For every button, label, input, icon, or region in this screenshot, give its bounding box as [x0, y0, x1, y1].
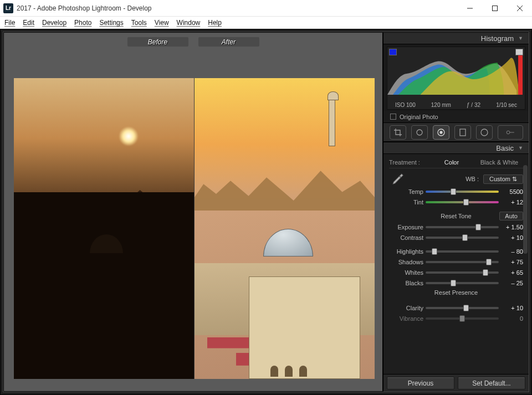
- close-button[interactable]: [507, 0, 532, 17]
- window-title: 2017 - Adobe Photoshop Lightroom - Devel…: [17, 4, 457, 12]
- slider-exposure[interactable]: Exposure + 1.50: [389, 222, 523, 232]
- label-before: Before: [127, 37, 188, 47]
- reset-presence-label[interactable]: Reset Presence: [434, 289, 478, 296]
- original-photo-label: Original Photo: [400, 114, 438, 120]
- svg-point-9: [481, 129, 488, 136]
- reset-tone-label[interactable]: Reset Tone: [441, 213, 471, 219]
- spot-tool-icon[interactable]: [411, 125, 428, 140]
- original-photo-checkbox[interactable]: [390, 114, 396, 120]
- menu-tools[interactable]: Tools: [131, 19, 147, 27]
- histogram-meta: ISO 100 120 mm ƒ / 32 1/10 sec: [387, 102, 525, 108]
- slider-vibrance[interactable]: Vibrance 0: [389, 313, 523, 324]
- meta-shutter: 1/10 sec: [496, 102, 517, 108]
- maximize-button[interactable]: [482, 0, 507, 17]
- slider-blacks[interactable]: Blacks – 25: [389, 278, 523, 288]
- menu-view[interactable]: View: [155, 19, 169, 27]
- menu-photo[interactable]: Photo: [74, 19, 91, 27]
- svg-rect-1: [492, 6, 497, 11]
- menu-bar: File Edit Develop Photo Settings Tools V…: [0, 17, 532, 29]
- slider-temp[interactable]: Temp 5500: [389, 186, 523, 197]
- treatment-color[interactable]: Color: [428, 159, 475, 166]
- radial-tool-icon[interactable]: [476, 125, 493, 140]
- minimize-button[interactable]: [457, 0, 482, 17]
- updown-icon: ⇅: [512, 176, 517, 182]
- previous-button[interactable]: Previous: [387, 377, 454, 389]
- meta-focal: 120 mm: [431, 102, 451, 108]
- treatment-row: Treatment : Color Black & White: [389, 156, 523, 168]
- app-frame-inner: ▼ ▼ ▼ ▼ Before After: [3, 32, 529, 392]
- histogram-title: Histogram: [481, 34, 514, 43]
- clip-shadows-icon[interactable]: [389, 49, 397, 55]
- treatment-label: Treatment :: [389, 159, 428, 166]
- triangle-down-icon: ▼: [518, 35, 523, 41]
- right-scrollbar[interactable]: [523, 165, 528, 254]
- wb-label: WB :: [409, 176, 479, 182]
- triangle-down-icon: ▼: [518, 145, 523, 151]
- svg-rect-4: [518, 50, 523, 95]
- app-icon: Lr: [3, 3, 13, 13]
- menu-file[interactable]: File: [4, 19, 15, 27]
- local-tools-strip: [383, 123, 529, 142]
- histogram-header[interactable]: Histogram ▼: [383, 32, 529, 44]
- meta-iso: ISO 100: [395, 102, 416, 108]
- slider-whites[interactable]: Whites + 65: [389, 267, 523, 278]
- brush-tool-icon[interactable]: [498, 125, 523, 140]
- gradient-tool-icon[interactable]: [454, 125, 471, 140]
- set-default-button[interactable]: Set Default...: [458, 377, 525, 389]
- compare-split: [14, 78, 375, 379]
- redeye-tool-icon[interactable]: [433, 125, 449, 140]
- menu-develop[interactable]: Develop: [42, 19, 66, 27]
- basic-title: Basic: [496, 144, 514, 152]
- svg-rect-8: [460, 129, 466, 136]
- slider-contrast[interactable]: Contrast + 10: [389, 232, 523, 243]
- basic-header[interactable]: Basic ▼: [383, 142, 529, 154]
- clip-highlights-icon[interactable]: [515, 49, 523, 55]
- menu-help[interactable]: Help: [208, 19, 222, 27]
- meta-aperture: ƒ / 32: [467, 102, 480, 108]
- slider-tint[interactable]: Tint + 12: [389, 197, 523, 207]
- compare-header: Before After: [4, 37, 382, 47]
- histogram-chart: [387, 47, 525, 95]
- slider-clarity[interactable]: Clarity + 10: [389, 302, 523, 313]
- right-panel-stack: Histogram ▼ ISO 100 120 mm ƒ / 32 1/10: [383, 32, 529, 392]
- compare-canvas: Before After: [3, 32, 383, 392]
- menu-edit[interactable]: Edit: [23, 19, 34, 27]
- slider-highlights[interactable]: Highlights – 80: [389, 246, 523, 257]
- photo-before[interactable]: [14, 78, 194, 379]
- menu-window[interactable]: Window: [177, 19, 201, 27]
- panel-footer: Previous Set Default...: [383, 374, 529, 392]
- crop-tool-icon[interactable]: [390, 125, 406, 140]
- eyedropper-icon[interactable]: [389, 173, 405, 185]
- svg-point-7: [440, 131, 442, 134]
- app-frame: ▼ ▼ ▼ ▼ Before After: [0, 29, 532, 395]
- svg-point-5: [417, 130, 422, 135]
- label-after: After: [198, 37, 259, 47]
- treatment-bw[interactable]: Black & White: [475, 159, 523, 166]
- menu-settings[interactable]: Settings: [99, 19, 123, 27]
- window-titlebar: Lr 2017 - Adobe Photoshop Lightroom - De…: [0, 0, 532, 17]
- histogram-box: ISO 100 120 mm ƒ / 32 1/10 sec: [387, 47, 525, 110]
- wb-select[interactable]: Custom ⇅: [483, 175, 523, 184]
- wb-row: WB : Custom ⇅: [389, 172, 523, 186]
- slider-shadows[interactable]: Shadows + 75: [389, 257, 523, 267]
- basic-panel: Treatment : Color Black & White WB : Cus…: [383, 154, 529, 374]
- original-photo-row[interactable]: Original Photo: [383, 111, 529, 123]
- svg-point-10: [507, 131, 510, 134]
- photo-after[interactable]: [195, 78, 375, 379]
- auto-button[interactable]: Auto: [499, 212, 523, 220]
